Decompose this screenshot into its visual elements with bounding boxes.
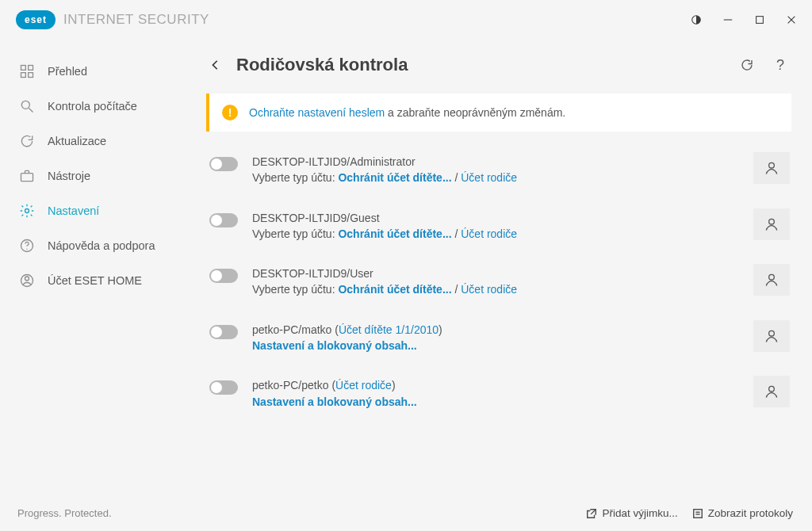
account-row: petko-PC/petko (Účet rodiče)Nastavení a … bbox=[208, 371, 790, 427]
password-notice: ! Ochraňte nastavení heslem a zabraňte n… bbox=[206, 94, 791, 132]
svg-rect-11 bbox=[21, 174, 33, 181]
sidebar-item-label: Kontrola počítače bbox=[48, 100, 137, 113]
protect-password-link[interactable]: Ochraňte nastavení heslem bbox=[249, 106, 385, 119]
svg-rect-2 bbox=[756, 17, 764, 24]
add-exception-link[interactable]: Přidat výjimku... bbox=[586, 507, 677, 519]
settings-blocked-link[interactable]: Nastavení a blokovaný obsah... bbox=[252, 395, 417, 408]
product-name: INTERNET SECURITY bbox=[63, 12, 209, 28]
svg-point-19 bbox=[769, 275, 775, 281]
account-row: DESKTOP-ILTJID9/AdministratorVyberte typ… bbox=[208, 147, 790, 204]
account-user-button[interactable] bbox=[753, 376, 790, 407]
separator: / bbox=[452, 227, 462, 240]
close-button[interactable] bbox=[776, 4, 807, 36]
svg-point-20 bbox=[769, 330, 775, 336]
parent-account-link[interactable]: Účet rodiče bbox=[461, 171, 517, 184]
brand-badge: eset bbox=[16, 10, 56, 29]
sidebar-item-label: Nástroje bbox=[48, 170, 90, 182]
separator: / bbox=[452, 283, 462, 296]
account-name: DESKTOP-ILTJID9/User bbox=[252, 266, 739, 281]
maximize-button[interactable] bbox=[744, 4, 776, 36]
briefcase-icon bbox=[19, 168, 35, 184]
account-row: petko-PC/matko (Účet dítěte 1/1/2010)Nas… bbox=[208, 315, 790, 372]
magnifier-icon bbox=[19, 98, 35, 114]
parent-account-link[interactable]: Účet rodiče bbox=[461, 227, 517, 240]
sidebar-item-help[interactable]: Nápověda a podpora bbox=[0, 228, 198, 263]
sidebar-item-overview[interactable]: Přehled bbox=[0, 54, 198, 89]
main-content: Rodičovská kontrola ? ! Ochraňte nastave… bbox=[198, 40, 812, 495]
sidebar-item-account[interactable]: Účet ESET HOME bbox=[0, 263, 198, 298]
sidebar-item-label: Nápověda a podpora bbox=[48, 239, 155, 252]
separator: / bbox=[452, 171, 462, 184]
footer: Progress. Protected. Přidat výjimku... Z… bbox=[0, 495, 812, 531]
sidebar: Přehled Kontrola počítače Aktualizace Ná… bbox=[0, 40, 198, 495]
parent-account-link[interactable]: Účet rodiče bbox=[461, 283, 517, 296]
svg-rect-5 bbox=[21, 66, 26, 71]
help-icon bbox=[19, 238, 35, 254]
sidebar-item-update[interactable]: Aktualizace bbox=[0, 124, 198, 159]
svg-point-9 bbox=[21, 101, 29, 109]
svg-point-12 bbox=[25, 209, 29, 213]
gear-icon bbox=[19, 203, 35, 219]
account-toggle[interactable] bbox=[209, 380, 238, 395]
page-title: Rodičovská kontrola bbox=[236, 55, 725, 75]
sidebar-item-label: Přehled bbox=[48, 65, 87, 78]
svg-rect-6 bbox=[29, 66, 33, 71]
svg-rect-7 bbox=[21, 73, 26, 78]
account-user-button[interactable] bbox=[753, 152, 790, 184]
sidebar-item-scan[interactable]: Kontrola počítače bbox=[0, 89, 198, 124]
account-row: DESKTOP-ILTJID9/GuestVyberte typ účtu: O… bbox=[208, 204, 790, 260]
protect-child-link[interactable]: Ochránit účet dítěte... bbox=[338, 283, 451, 296]
minimize-button[interactable] bbox=[712, 4, 744, 36]
account-toggle[interactable] bbox=[209, 269, 238, 283]
account-role-link[interactable]: Účet dítěte 1/1/2010 bbox=[339, 323, 439, 336]
grid-icon bbox=[19, 63, 35, 79]
help-page-button[interactable]: ? bbox=[769, 54, 791, 76]
select-type-label: Vyberte typ účtu: bbox=[252, 227, 338, 240]
sidebar-item-tools[interactable]: Nástroje bbox=[0, 159, 198, 193]
refresh-page-button[interactable] bbox=[736, 54, 758, 76]
svg-line-10 bbox=[29, 109, 33, 113]
svg-point-21 bbox=[769, 387, 775, 392]
account-toggle[interactable] bbox=[209, 213, 238, 227]
notice-text: a zabraňte neoprávněným změnám. bbox=[385, 106, 565, 119]
account-name: DESKTOP-ILTJID9/Guest bbox=[252, 210, 739, 226]
account-toggle[interactable] bbox=[209, 157, 238, 171]
svg-rect-8 bbox=[29, 73, 33, 78]
account-name: DESKTOP-ILTJID9/Administrator bbox=[252, 154, 739, 170]
account-role-link[interactable]: Účet rodiče bbox=[335, 379, 392, 392]
back-button[interactable] bbox=[206, 55, 225, 74]
show-logs-link[interactable]: Zobrazit protokoly bbox=[692, 507, 793, 519]
refresh-icon bbox=[19, 133, 35, 149]
protect-child-link[interactable]: Ochránit účet dítěte... bbox=[338, 227, 451, 240]
titlebar: eset INTERNET SECURITY bbox=[0, 0, 812, 40]
account-name: petko-PC/petko (Účet rodiče) bbox=[252, 377, 739, 393]
sidebar-item-label: Nastavení bbox=[48, 204, 99, 217]
svg-point-14 bbox=[26, 249, 27, 250]
account-row: DESKTOP-ILTJID9/UserVyberte typ účtu: Oc… bbox=[208, 259, 790, 315]
account-name: petko-PC/matko (Účet dítěte 1/1/2010) bbox=[252, 322, 739, 338]
protect-child-link[interactable]: Ochránit účet dítěte... bbox=[338, 171, 451, 184]
sidebar-item-label: Účet ESET HOME bbox=[48, 274, 142, 287]
settings-blocked-link[interactable]: Nastavení a blokovaný obsah... bbox=[252, 339, 417, 352]
theme-icon[interactable] bbox=[680, 4, 712, 36]
sidebar-item-label: Aktualizace bbox=[48, 135, 106, 147]
select-type-label: Vyberte typ účtu: bbox=[252, 171, 338, 184]
svg-point-17 bbox=[769, 162, 775, 168]
account-user-button[interactable] bbox=[753, 208, 790, 240]
footer-tagline: Progress. Protected. bbox=[17, 507, 112, 519]
account-user-button[interactable] bbox=[753, 320, 790, 352]
select-type-label: Vyberte typ účtu: bbox=[252, 283, 338, 296]
svg-point-16 bbox=[25, 277, 29, 281]
account-toggle[interactable] bbox=[209, 325, 238, 339]
svg-rect-22 bbox=[693, 509, 702, 518]
account-icon bbox=[19, 273, 35, 288]
sidebar-item-settings[interactable]: Nastavení bbox=[0, 193, 198, 228]
account-user-button[interactable] bbox=[753, 264, 790, 296]
accounts-list: DESKTOP-ILTJID9/AdministratorVyberte typ… bbox=[206, 147, 791, 427]
warning-icon: ! bbox=[222, 105, 238, 120]
svg-point-18 bbox=[769, 219, 775, 224]
